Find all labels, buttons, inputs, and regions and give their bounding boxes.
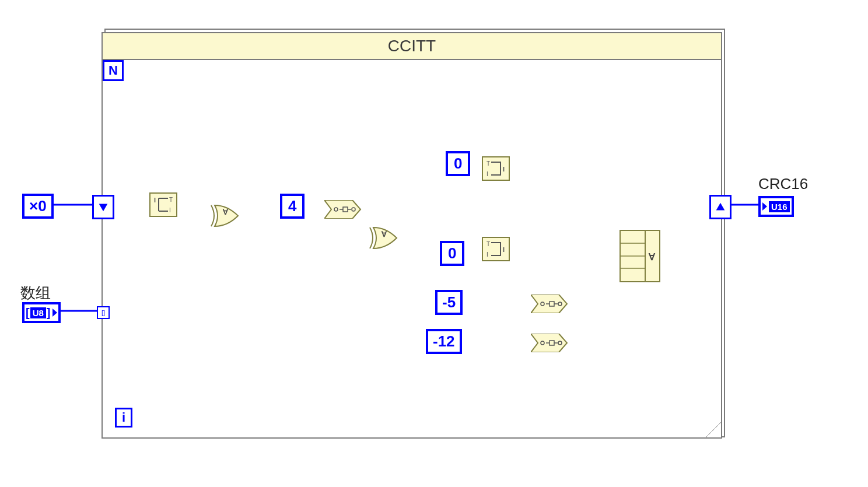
input-triangle-icon [762,202,767,211]
svg-text:I: I [487,171,488,177]
page-fold-icon [706,422,721,437]
xor-gate-icon: ∀ [208,203,243,229]
case-title: CCITT [388,37,436,55]
compound-xor-icon: ∀ [621,231,659,281]
split-number-node-1[interactable]: I T I [149,192,177,217]
join-number-icon: T I I [483,157,509,180]
compound-xor-node[interactable]: ∀ [620,230,660,282]
array-control-label: 数组 [20,283,51,303]
svg-text:I: I [154,197,156,204]
rotate-node-2[interactable] [531,295,568,316]
up-arrow-icon [714,201,727,213]
rotate-icon [531,334,568,352]
svg-text:∀: ∀ [381,230,387,239]
loop-iteration-terminal[interactable]: i [115,408,132,428]
array-control[interactable]: [ U8 ] [22,302,61,323]
svg-text:T: T [487,160,490,167]
xor-node-2[interactable]: ∀ [366,225,401,253]
array-type-badge: U8 [30,307,46,318]
rotate-node-3[interactable] [531,334,568,355]
case-selector[interactable]: CCITT [103,33,721,60]
constant-minus12[interactable]: -12 [426,329,462,354]
rotate-icon [324,200,362,219]
output-triangle-icon [52,309,57,317]
svg-marker-46 [99,204,108,212]
svg-text:T: T [487,241,490,247]
constant-minus5[interactable]: -5 [435,290,463,315]
xor-gate-icon: ∀ [366,225,401,251]
svg-text:∀: ∀ [222,208,229,216]
split-number-icon: I T I [150,194,176,216]
svg-marker-47 [716,203,725,211]
shift-register-left[interactable] [92,195,114,219]
constant-init[interactable]: ×0 [22,194,54,219]
rotate-node-1[interactable] [324,200,362,221]
split-number-node-3[interactable]: T I I [482,237,510,261]
diagram-root: CCITT N i [] ×0 数组 [ U8 ] [0,0,868,487]
svg-text:I: I [503,166,505,173]
constant-0-top[interactable]: 0 [446,151,470,176]
constant-0-mid[interactable]: 0 [440,241,464,266]
constant-4[interactable]: 4 [280,194,304,219]
indicator-type-badge: U16 [769,201,790,212]
split-number-node-2[interactable]: T I I [482,156,510,181]
down-arrow-icon [97,201,110,213]
xor-node-1[interactable]: ∀ [208,203,243,231]
svg-text:I: I [487,251,488,258]
crc16-indicator[interactable]: U16 [758,196,794,217]
loop-count-terminal[interactable]: N [103,60,124,81]
rotate-icon [531,295,568,313]
autoindex-tunnel[interactable]: [] [97,306,110,319]
crc16-indicator-label: CRC16 [758,175,808,193]
svg-text:I: I [503,246,505,253]
svg-text:∀: ∀ [648,252,656,262]
svg-text:T: T [169,197,173,203]
shift-register-right[interactable] [709,195,732,219]
join-number-icon: T I I [483,238,509,260]
svg-text:I: I [169,207,171,213]
